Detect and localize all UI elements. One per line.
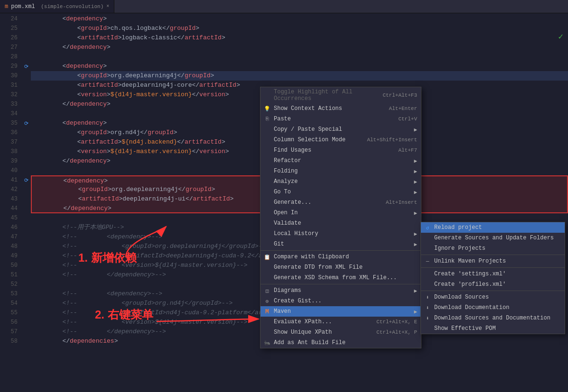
menu-item-refactor[interactable]: · Refactor ▶ xyxy=(261,155,421,166)
menu-item-show-context[interactable]: 💡 Show Context Actions Alt+Enter xyxy=(261,103,421,114)
menu-item-icon-evaluate-xpath: · xyxy=(263,318,271,326)
submenu-label-show-effective-pom: Show Effective POM xyxy=(434,325,496,332)
menu-item-validate[interactable]: · Validate xyxy=(261,218,421,228)
code-line: </dependency> xyxy=(31,43,568,52)
submenu-item-reload-project[interactable]: ↺ Reload project xyxy=(421,222,565,233)
code-line: <artifactId>logback-classic</artifactId> xyxy=(31,33,568,43)
menu-item-icon-refactor: · xyxy=(263,157,271,164)
menu-item-show-unique-xpath[interactable]: · Show Unique XPath Ctrl+Alt+X, P xyxy=(261,327,421,337)
menu-item-generate-xsd[interactable]: · Generate XSD Schema from XML File... xyxy=(261,273,421,283)
menu-item-folding[interactable]: · Folding ▶ xyxy=(261,166,421,176)
menu-item-git[interactable]: · Git ▶ xyxy=(261,239,421,249)
code-line: <dependency> xyxy=(31,62,568,71)
submenu-item-show-effective-pom[interactable]: · Show Effective POM xyxy=(421,323,565,334)
top-right-checkmark: ✓ xyxy=(558,31,563,42)
menu-item-diagrams[interactable]: ◫ Diagrams ▶ xyxy=(261,285,421,296)
submenu-item-download-documentation[interactable]: ⬇ Download Documentation xyxy=(421,302,565,313)
menu-item-icon-copy-paste-special: · xyxy=(263,126,271,133)
menu-item-go-to[interactable]: · Go To ▶ xyxy=(261,187,421,197)
menu-item-label-validate: Validate xyxy=(274,220,301,227)
menu-item-label-toggle-highlight: Toggle Highlight of All Occurrences xyxy=(274,89,382,102)
menu-shortcut-paste: Ctrl+V xyxy=(398,116,417,122)
menu-item-icon-generate: · xyxy=(263,199,271,206)
menu-item-icon-go-to: · xyxy=(263,188,271,196)
submenu-icon-download-sources-docs: ⬇ xyxy=(424,314,431,322)
menu-shortcut-show-context: Alt+Enter xyxy=(389,106,417,111)
menu-item-label-open-in: Open In xyxy=(274,210,298,216)
menu-item-generate[interactable]: · Generate... Alt+Insert xyxy=(261,197,421,208)
submenu-icon-generate-sources: · xyxy=(424,234,431,242)
menu-item-open-in[interactable]: · Open In ▶ xyxy=(261,208,421,218)
menu-item-label-find-usages: Find Usages xyxy=(274,147,311,154)
menu-item-label-diagrams: Diagrams xyxy=(274,287,301,294)
menu-arrow-refactor: ▶ xyxy=(414,158,417,164)
submenu-label-download-sources: Download Sources xyxy=(434,294,489,301)
menu-item-icon-show-unique-xpath: · xyxy=(263,328,271,336)
submenu-label-download-documentation: Download Documentation xyxy=(434,304,509,311)
submenu-label-generate-sources: Generate Sources and Update Folders xyxy=(434,235,554,241)
submenu-icon-create-profiles: · xyxy=(424,281,431,288)
menu-item-analyze[interactable]: · Analyze ▶ xyxy=(261,176,421,187)
menu-item-icon-maven: M xyxy=(263,308,271,315)
menu-item-label-generate-xsd: Generate XSD Schema from XML File... xyxy=(274,274,397,281)
maven-icon: m xyxy=(5,3,8,10)
tab-close-button[interactable]: × xyxy=(106,4,109,9)
menu-item-icon-generate-dtd: · xyxy=(263,264,271,271)
menu-item-find-usages[interactable]: · Find Usages Alt+F7 xyxy=(261,145,421,155)
menu-item-label-git: Git xyxy=(274,241,284,247)
menu-item-create-gist[interactable]: ⊙ Create Gist... xyxy=(261,296,421,306)
submenu-item-download-sources[interactable]: ⬇ Download Sources xyxy=(421,292,565,302)
menu-item-column-selection[interactable]: · Column Selection Mode Alt+Shift+Insert xyxy=(261,135,421,145)
menu-shortcut-evaluate-xpath: Ctrl+Alt+X, E xyxy=(376,319,417,325)
menu-item-maven[interactable]: M Maven ▶ xyxy=(261,306,421,317)
menu-item-label-create-gist: Create Gist... xyxy=(274,298,322,304)
submenu-item-create-profiles[interactable]: · Create 'profiles.xml' xyxy=(421,279,565,290)
menu-arrow-diagrams: ▶ xyxy=(414,288,417,294)
menu-item-icon-validate: · xyxy=(263,219,271,227)
menu-item-generate-dtd[interactable]: · Generate DTD from XML File xyxy=(261,262,421,273)
menu-item-icon-git: · xyxy=(263,240,271,248)
tab-project: (simple-convolution) xyxy=(38,4,104,9)
submenu-icon-ignore-projects: · xyxy=(424,245,431,252)
menu-item-copy-paste-special[interactable]: · Copy / Paste Special ▶ xyxy=(261,124,421,135)
submenu-item-create-settings[interactable]: · Create 'settings.xml' xyxy=(421,269,565,279)
menu-item-paste[interactable]: ⎘ Paste Ctrl+V xyxy=(261,114,421,124)
menu-item-label-local-history: Local History xyxy=(274,230,318,237)
tab-bar: m pom.xml (simple-convolution) × xyxy=(0,0,568,13)
submenu-label-create-profiles: Create 'profiles.xml' xyxy=(434,281,506,288)
submenu-item-ignore-projects[interactable]: · Ignore Projects xyxy=(421,243,565,254)
tab-filename: pom.xml xyxy=(11,3,35,10)
menu-item-label-copy-paste-special: Copy / Paste Special xyxy=(274,126,342,133)
menu-item-add-ant[interactable]: 🐜 Add as Ant Build File xyxy=(261,337,421,348)
menu-item-label-show-unique-xpath: Show Unique XPath xyxy=(274,329,332,336)
code-line xyxy=(31,52,568,62)
menu-item-compare-clipboard[interactable]: 📋 Compare with Clipboard xyxy=(261,252,421,262)
menu-item-icon-folding: · xyxy=(263,167,271,175)
menu-item-icon-column-selection: · xyxy=(263,136,271,144)
submenu-label-download-sources-docs: Download Sources and Documentation xyxy=(434,315,550,321)
submenu-item-generate-sources[interactable]: · Generate Sources and Update Folders xyxy=(421,233,565,243)
context-menu: · Toggle Highlight of All Occurrences Ct… xyxy=(260,87,421,348)
menu-item-label-analyze: Analyze xyxy=(274,178,298,185)
menu-arrow-open-in: ▶ xyxy=(414,210,417,216)
line-numbers: 2425262728293031323334353637383940414243… xyxy=(0,13,21,392)
menu-arrow-copy-paste-special: ▶ xyxy=(414,127,417,133)
menu-item-label-generate: Generate... xyxy=(274,199,311,206)
menu-arrow-folding: ▶ xyxy=(414,168,417,174)
maven-submenu: ↺ Reload project · Generate Sources and … xyxy=(420,222,565,334)
menu-item-local-history[interactable]: · Local History ▶ xyxy=(261,228,421,239)
submenu-icon-reload-project: ↺ xyxy=(424,224,431,231)
menu-shortcut-generate: Alt+Insert xyxy=(386,200,417,205)
menu-item-icon-toggle-highlight: · xyxy=(263,91,271,99)
menu-item-evaluate-xpath[interactable]: · Evaluate XPath... Ctrl+Alt+X, E xyxy=(261,317,421,327)
submenu-label-ignore-projects: Ignore Projects xyxy=(434,245,485,252)
pom-xml-tab[interactable]: m pom.xml (simple-convolution) × xyxy=(0,0,114,13)
menu-item-icon-paste: ⎘ xyxy=(263,115,271,123)
submenu-item-download-sources-docs[interactable]: ⬇ Download Sources and Documentation xyxy=(421,313,565,323)
menu-arrow-git: ▶ xyxy=(414,241,417,247)
submenu-item-unlink-maven[interactable]: — Unlink Maven Projects xyxy=(421,256,565,266)
menu-item-label-maven: Maven xyxy=(274,308,291,315)
menu-item-label-column-selection: Column Selection Mode xyxy=(274,137,345,143)
editor-area: 2425262728293031323334353637383940414243… xyxy=(0,13,568,392)
submenu-icon-create-settings: · xyxy=(424,270,431,278)
